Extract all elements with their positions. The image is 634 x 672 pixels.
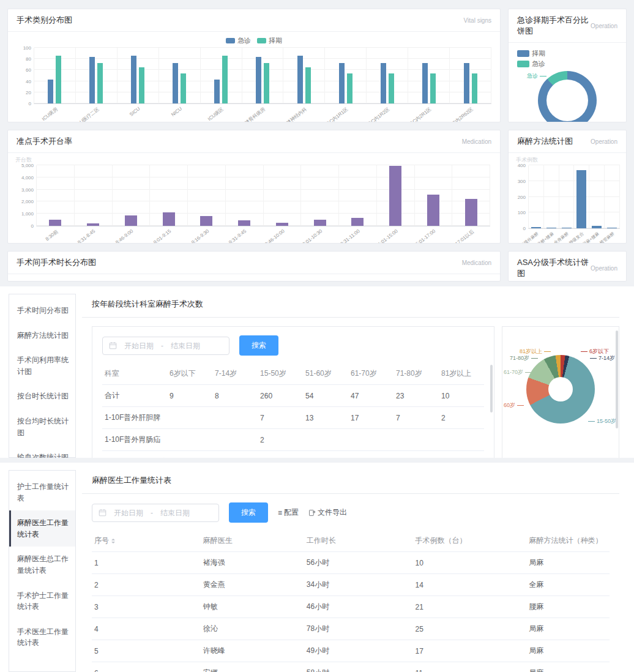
bars (256, 48, 269, 103)
date-range-picker[interactable]: - (102, 337, 229, 355)
panel-tag: Vital signs (464, 17, 491, 24)
sidebar-item[interactable]: 麻醉方法统计图 (9, 323, 75, 348)
legend-item[interactable]: 急诊 (226, 36, 251, 45)
y-axis-tick: 300 (518, 178, 526, 184)
panel-tag: Medication (462, 259, 491, 266)
table-cell (439, 451, 484, 458)
start-date-input[interactable] (119, 341, 158, 351)
y-axis-tick: 3,000 (21, 187, 34, 192)
search-button[interactable]: 搜索 (229, 502, 268, 523)
search-button[interactable]: 搜索 (239, 335, 278, 356)
sidebar-item[interactable]: 按台时长统计图 (9, 384, 75, 409)
table-row: 4徐沁78小时25局麻 (92, 618, 610, 640)
y-axis-tick: 60 (26, 67, 31, 73)
table-cell: 1-12F泌尿外科病房 (102, 451, 167, 458)
table-row: 合计9826054472310 (102, 385, 484, 407)
legend-item[interactable]: 急诊 (517, 59, 617, 69)
table-cell: 2 (303, 451, 348, 458)
dashboard-section: 手术类别分布图 Vital signs 急诊择期 020406080100ICU… (0, 0, 634, 282)
bars (238, 165, 250, 226)
table-cell: 23 (393, 385, 439, 407)
table-cell: 3 (92, 596, 201, 618)
x-axis-label: 9:01-9:15 (152, 228, 172, 244)
end-date-input[interactable] (155, 508, 195, 518)
toolbar: - 搜索 ≡ 配置 文件导出 (82, 494, 619, 530)
emergency-elective-pie-chart: 择期急诊 急诊 择期 (509, 43, 626, 122)
table-scrollbar[interactable] (490, 365, 493, 413)
sidebar-item[interactable]: 麻醉医生工作量统计表 (9, 510, 75, 547)
bars (131, 48, 144, 103)
pie-callout-15-50: 15-50岁 (588, 417, 616, 425)
table-cell: 2 (258, 429, 303, 451)
column-header: 71-80岁 (393, 363, 439, 385)
bar (256, 57, 261, 103)
panel-surgery-category: 手术类别分布图 Vital signs 急诊择期 020406080100ICU… (7, 9, 501, 122)
column-header: 7-14岁 (212, 363, 258, 385)
x-axis-label: 10:01-10:30 (299, 228, 323, 244)
table-cell (439, 429, 484, 451)
table-cell: 全麻 (527, 574, 610, 596)
chart-legend[interactable]: 急诊择期 (8, 36, 500, 45)
age-statistics-section: 手术时间分布图麻醉方法统计图手术间利用率统计图按台时长统计图按台均时长统计图输血… (0, 286, 634, 458)
x-axis-label: 9:31-9:45 (228, 228, 247, 244)
ontime-rate-chart: 开台数 01,0002,0003,0004,0005,0008:30前8:31-… (8, 153, 500, 226)
date-range-picker[interactable]: - (92, 504, 219, 522)
bar (347, 73, 352, 103)
y-axis-tick: 0 (29, 101, 31, 106)
bar (49, 220, 61, 226)
table-cell: 47 (348, 385, 393, 407)
sidebar-item[interactable]: 手术医生工作量统计表 (9, 619, 75, 655)
bar-columns: 8:30前8:31-8:458:46-9:009:01-9:159:16-9:3… (37, 165, 490, 226)
sort-icon[interactable] (111, 537, 115, 545)
table-cell: 7 (258, 407, 303, 429)
bar (389, 73, 394, 103)
table-cell: 褚海强 (201, 552, 304, 574)
bars (465, 165, 477, 226)
bar-group: 9:16-9:30 (188, 165, 226, 226)
file-export-icon (308, 509, 316, 517)
legend-item[interactable]: 择期 (257, 36, 282, 45)
sidebar-item[interactable]: 输血次数统计图 (9, 445, 75, 458)
y-axis-tick: 200 (518, 194, 526, 200)
table-cell: 黄金燕 (201, 574, 304, 596)
bar (464, 63, 469, 103)
table-cell: 11 (413, 662, 527, 672)
table-cell: 78小时 (304, 618, 413, 640)
x-axis-label: 11:01-15:00 (375, 228, 399, 244)
bar-group: ICU病区 (201, 48, 242, 103)
panel-scrollbar[interactable] (616, 330, 618, 428)
bar-group: 椎管麻醉 (605, 165, 620, 228)
y-axis-tick: 400 (518, 163, 526, 168)
table-cell: 260 (258, 385, 303, 407)
panel-tag: Operation (591, 265, 617, 272)
table-cell: 8 (212, 385, 258, 407)
column-header: 麻醉医生 (201, 530, 304, 552)
table-cell: 1 (212, 451, 258, 458)
bar-group: 连续硬膜外麻醉+全身麻醉 (559, 165, 575, 228)
end-date-input[interactable] (166, 341, 205, 351)
table-row: 1-10F普外胃肠疝2 (102, 429, 484, 451)
panel-header: ASA分级手术统计饼图 Operation (509, 252, 626, 282)
table-cell: 7 (348, 451, 393, 458)
chart-legend[interactable]: 择期急诊 (509, 43, 626, 69)
sidebar-item[interactable]: 手术间利用率统计图 (9, 348, 75, 384)
column-header[interactable]: 序号 (92, 530, 201, 552)
start-date-input[interactable] (109, 508, 148, 518)
table-row: 1-10F普外肝胆脾7131772 (102, 407, 484, 429)
sidebar-item[interactable]: 手术护士工作量统计表 (9, 583, 75, 619)
config-button[interactable]: ≡ 配置 (278, 507, 299, 518)
sidebar-item[interactable]: 麻醉医生总工作量统计表 (9, 547, 75, 583)
file-export-button[interactable]: 文件导出 (308, 507, 347, 518)
sidebar-item[interactable]: 按台均时长统计图 (9, 409, 75, 445)
table-cell (167, 407, 212, 429)
pie-callout-71-80: 71-80岁 (510, 354, 538, 362)
doctor-workload-main: 麻醉医生工作量统计表 - 搜索 ≡ 配置 文件导出 (82, 470, 619, 672)
bars (531, 165, 541, 228)
legend-item[interactable]: 择期 (517, 49, 617, 58)
sidebar-item[interactable]: 手术时间分布图 (9, 298, 75, 323)
bar (314, 220, 326, 226)
sidebar-item[interactable]: 护士工作量统计表 (9, 474, 75, 510)
bar (465, 199, 477, 226)
table-cell: 54 (303, 385, 348, 407)
bar (181, 73, 186, 103)
